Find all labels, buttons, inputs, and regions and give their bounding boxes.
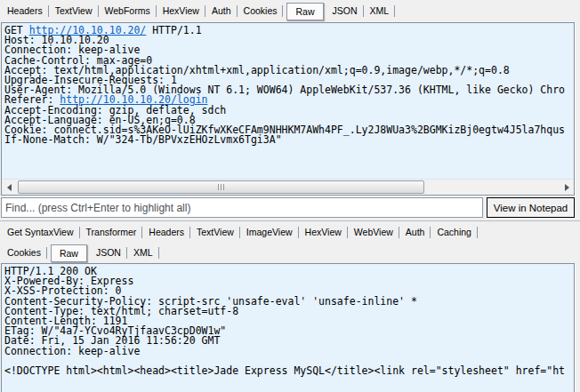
request-tab-json[interactable]: JSON (327, 3, 363, 20)
response-tab-get-syntaxview[interactable]: Get SyntaxView (2, 224, 79, 241)
raw-text: HTTP/1.1 (146, 24, 201, 36)
raw-line: <!DOCTYPE html><html><head><title>Jade E… (4, 366, 574, 376)
response-inspector-tabs-row1: Get SyntaxViewTransformerHeadersTextView… (0, 222, 580, 243)
response-tab-xml[interactable]: XML (128, 244, 158, 261)
request-raw-pane: GET http://10.10.10.20/ HTTP/1.1Host: 10… (1, 22, 575, 196)
request-tab-raw[interactable]: Raw (286, 3, 323, 20)
request-tab-webforms[interactable]: WebForms (100, 3, 156, 20)
response-tab-caching[interactable]: Caching (431, 224, 477, 241)
scroll-right-button[interactable] (560, 180, 574, 195)
response-raw-pane: HTTP/1.1 200 OKX-Powered-By: ExpressX-XS… (1, 263, 575, 392)
response-raw-view[interactable]: HTTP/1.1 200 OKX-Powered-By: ExpressX-XS… (2, 264, 574, 392)
response-tab-raw[interactable]: Raw (51, 244, 87, 262)
response-tab-auth[interactable]: Auth (400, 224, 431, 241)
raw-text: Connection: keep-alive (4, 345, 140, 357)
request-tab-auth[interactable]: Auth (206, 3, 237, 20)
response-tab-transformer[interactable]: Transformer (81, 224, 142, 241)
scroll-thumb[interactable] (18, 180, 424, 194)
h-scrollbar[interactable] (2, 179, 574, 195)
request-inspector-tabs: HeadersTextViewWebFormsHexViewAuthCookie… (0, 0, 580, 22)
response-tab-hexview[interactable]: HexView (300, 224, 347, 241)
request-tab-textview[interactable]: TextView (50, 3, 98, 20)
response-tab-cookies[interactable]: Cookies (2, 244, 46, 261)
request-tab-xml[interactable]: XML (365, 3, 395, 20)
response-tab-json[interactable]: JSON (91, 244, 126, 261)
scroll-left-button[interactable] (2, 180, 16, 195)
scroll-right-arrow-icon (565, 184, 569, 191)
request-tab-cookies[interactable]: Cookies (238, 3, 283, 20)
raw-line: If-None-Match: W/"324-Tb/BPVxzEHOzLvmx6T… (4, 135, 574, 145)
response-tab-imageview[interactable]: ImageView (241, 224, 298, 241)
raw-line: Connection: keep-alive (4, 347, 574, 356)
raw-text: If-None-Match: W/"324-Tb/BPVxzEHOzLvmx6T… (4, 133, 282, 146)
request-raw-view[interactable]: GET http://10.10.10.20/ HTTP/1.1Host: 10… (2, 23, 574, 179)
find-input[interactable] (1, 197, 483, 218)
response-tab-textview[interactable]: TextView (191, 224, 239, 241)
raw-text: <!DOCTYPE html><html><head><title>Jade E… (4, 364, 565, 377)
response-tab-webview[interactable]: WebView (349, 224, 399, 241)
view-in-notepad-button[interactable]: View in Notepad (487, 197, 575, 218)
request-tab-hexview[interactable]: HexView (157, 3, 205, 20)
scrollbar-grip-icon (218, 184, 225, 190)
response-inspector-tabs-row2: CookiesRawJSONXML (0, 243, 580, 263)
response-tab-headers[interactable]: Headers (143, 224, 189, 241)
request-tab-headers[interactable]: Headers (2, 3, 48, 20)
inspector-group-divider (0, 218, 580, 221)
find-bar: View in Notepad (1, 197, 575, 218)
scroll-left-arrow-icon (7, 184, 12, 191)
